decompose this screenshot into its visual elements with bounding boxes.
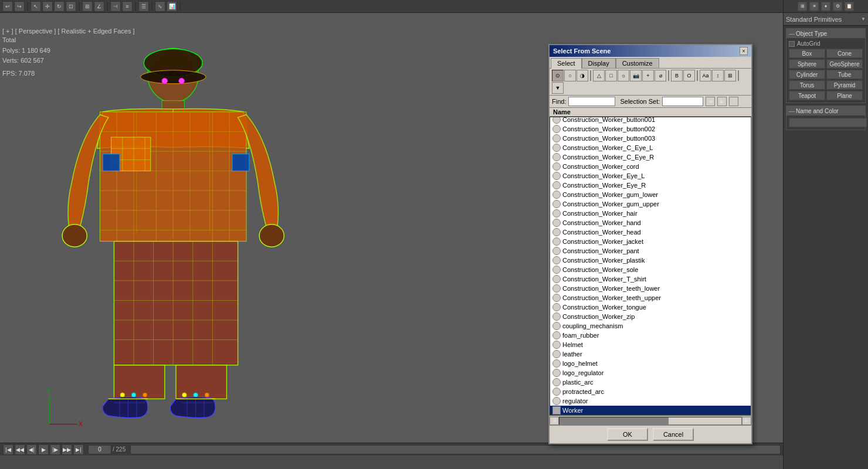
dlg-tb-shapes[interactable]: □: [605, 70, 617, 81]
list-item[interactable]: Construction_Worker_T_shirt: [550, 274, 751, 284]
find-clear-btn[interactable]: ×: [729, 97, 738, 106]
list-item[interactable]: regulator: [550, 396, 751, 406]
list-item[interactable]: Construction_Worker_hair: [550, 209, 751, 218]
list-item[interactable]: Construction_Worker_tongue: [550, 303, 751, 312]
list-item[interactable]: logo_helmet: [550, 359, 751, 368]
autogrid-checkbox[interactable]: [789, 41, 795, 47]
section-minus-icon[interactable]: —: [789, 30, 795, 37]
panel-icon-2[interactable]: ☀: [809, 2, 819, 11]
toolbar-btn-align[interactable]: ≡: [122, 1, 133, 12]
list-item[interactable]: foam_rubber: [550, 331, 751, 340]
prim-teapot[interactable]: Teapot: [789, 91, 825, 100]
dlg-tb-cameras[interactable]: 📷: [630, 70, 642, 81]
selection-set-input[interactable]: [662, 97, 703, 106]
list-item[interactable]: Construction_Worker_jacket: [550, 237, 751, 246]
dlg-tb-geo[interactable]: △: [593, 70, 605, 81]
prim-geosphere[interactable]: GeoSphere: [826, 59, 863, 69]
h-scrollbar[interactable]: [559, 417, 742, 425]
ok-button[interactable]: OK: [607, 428, 648, 441]
dialog-close-button[interactable]: ×: [740, 47, 748, 55]
dlg-tb-filter[interactable]: ▼: [552, 82, 564, 94]
frame-display[interactable]: 0: [88, 445, 111, 454]
dlg-tb-all[interactable]: ⊙: [552, 70, 564, 81]
name-input-field[interactable]: [789, 118, 867, 127]
list-item[interactable]: Construction_Worker_button002: [550, 124, 751, 134]
timeline-bar[interactable]: [130, 445, 781, 454]
dlg-tb-obj[interactable]: O: [683, 70, 695, 81]
list-item[interactable]: Helmet: [550, 340, 751, 349]
panel-icon-4[interactable]: ⚙: [833, 2, 842, 11]
prim-cone[interactable]: Cone: [826, 49, 863, 58]
prim-plane[interactable]: Plane: [826, 91, 863, 100]
panel-icon-5[interactable]: 📋: [845, 2, 854, 11]
timeline-step-back-btn[interactable]: ◀|: [26, 444, 37, 455]
object-list[interactable]: Construction_Worker_buttonConstruction_W…: [550, 117, 751, 416]
prim-pyramid[interactable]: Pyramid: [826, 80, 863, 90]
list-item[interactable]: Worker: [550, 406, 751, 415]
panel-icon-1[interactable]: ⊞: [798, 2, 807, 11]
dlg-tb-bone[interactable]: B: [671, 70, 683, 81]
list-item[interactable]: Construction_Worker_teeth_lower: [550, 284, 751, 293]
timeline-fwd-btn[interactable]: ▶▶: [62, 444, 72, 455]
list-item[interactable]: Construction_Worker_sole: [550, 265, 751, 274]
list-item[interactable]: leather: [550, 349, 751, 359]
panel-icon-3[interactable]: ♦: [821, 2, 830, 11]
list-item[interactable]: Construction_Worker_pant: [550, 246, 751, 256]
timeline-next-btn[interactable]: ▶|: [73, 444, 84, 455]
find-input[interactable]: [568, 97, 615, 106]
list-item[interactable]: plastic_arc: [550, 378, 751, 387]
list-item[interactable]: Construction_Worker_gum_upper: [550, 199, 751, 209]
toolbar-btn-redo[interactable]: ↪: [14, 1, 25, 12]
dropdown-arrow[interactable]: ▼: [861, 16, 866, 22]
list-item[interactable]: Construction_Worker_C_Eye_L: [550, 143, 751, 152]
h-scroll-right[interactable]: ▶: [742, 417, 751, 425]
list-item[interactable]: Construction_Worker_head: [550, 227, 751, 237]
dlg-tb-warp[interactable]: ⌀: [655, 70, 666, 81]
list-item[interactable]: protracted_arc: [550, 387, 751, 396]
list-item[interactable]: Construction_Worker_gum_lower: [550, 190, 751, 199]
tab-select[interactable]: Select: [551, 58, 582, 69]
toolbar-btn-rotate[interactable]: ↻: [54, 1, 65, 12]
list-item[interactable]: Construction_Worker_button003: [550, 134, 751, 143]
dlg-tb-lights[interactable]: ☼: [618, 70, 629, 81]
prim-torus[interactable]: Torus: [789, 80, 825, 90]
find-next-btn[interactable]: ▶: [717, 97, 727, 106]
toolbar-btn-layers[interactable]: ☰: [138, 1, 149, 12]
list-item[interactable]: Construction_Worker_button001: [550, 117, 751, 124]
list-item[interactable]: Construction_Worker_Eye_L: [550, 171, 751, 181]
list-item[interactable]: Construction_Worker_hand: [550, 218, 751, 227]
list-item[interactable]: coupling_mechanism: [550, 321, 751, 331]
toolbar-btn-move[interactable]: ✛: [42, 1, 53, 12]
list-item[interactable]: Construction_Worker_teeth_upper: [550, 293, 751, 303]
dlg-tb-helpers[interactable]: +: [642, 70, 654, 81]
find-prev-btn[interactable]: ◀: [706, 97, 715, 106]
timeline-play-btn[interactable]: ▶: [38, 444, 49, 455]
dlg-tb-hier[interactable]: ⊞: [724, 70, 736, 81]
name-color-minus[interactable]: —: [789, 108, 795, 114]
h-scroll-left[interactable]: ◀: [550, 417, 559, 425]
list-item[interactable]: Construction_Worker_plastik: [550, 256, 751, 265]
toolbar-btn-undo[interactable]: ↩: [2, 1, 13, 12]
tab-customize[interactable]: Customize: [616, 58, 659, 68]
toolbar-btn-snap[interactable]: ⊞: [82, 1, 93, 12]
toolbar-btn-curve[interactable]: ∿: [155, 1, 165, 12]
prim-cylinder[interactable]: Cylinder: [789, 70, 825, 79]
prim-box[interactable]: Box: [789, 49, 825, 58]
dlg-tb-sort[interactable]: ↕: [712, 70, 724, 81]
dlg-tb-invert[interactable]: ◑: [577, 70, 588, 81]
list-item[interactable]: Construction_Worker_cord: [550, 162, 751, 171]
prim-sphere[interactable]: Sphere: [789, 59, 825, 69]
toolbar-btn-select[interactable]: ↖: [30, 1, 41, 12]
prim-tube[interactable]: Tube: [826, 70, 863, 79]
toolbar-btn-graph[interactable]: 📊: [167, 1, 177, 12]
tab-display[interactable]: Display: [582, 58, 616, 68]
timeline-back-btn[interactable]: ◀◀: [15, 444, 25, 455]
dlg-tb-case[interactable]: Aa: [700, 70, 711, 81]
list-item[interactable]: Construction_Worker_zip: [550, 312, 751, 321]
toolbar-btn-angle[interactable]: ∠: [94, 1, 104, 12]
toolbar-btn-mirror[interactable]: ⊣: [110, 1, 121, 12]
timeline-step-fwd-btn[interactable]: |▶: [50, 444, 60, 455]
list-item[interactable]: logo_regulator: [550, 368, 751, 378]
timeline-prev-btn[interactable]: |◀: [3, 444, 13, 455]
list-item[interactable]: Construction_Worker_Eye_R: [550, 181, 751, 190]
